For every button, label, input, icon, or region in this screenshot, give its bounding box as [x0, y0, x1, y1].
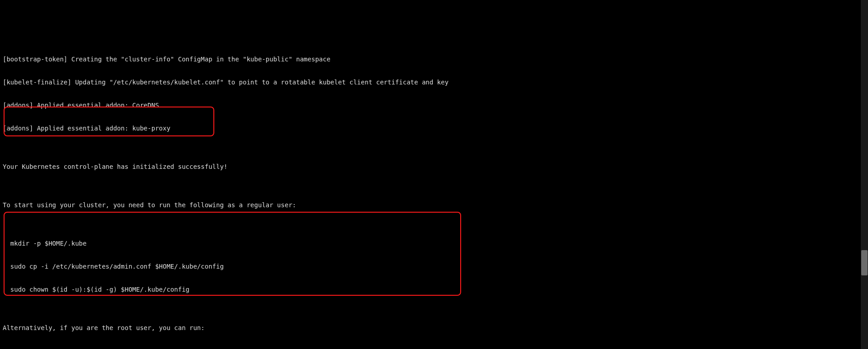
output-line: [addons] Applied essential addon: CoreDN… [3, 102, 701, 109]
output-line: sudo chown $(id -u):$(id -g) $HOME/.kube… [3, 286, 701, 293]
output-line: [bootstrap-token] Creating the "cluster-… [3, 56, 701, 63]
output-line: Alternatively, if you are the root user,… [3, 324, 701, 332]
highlight-box-join [4, 212, 461, 296]
output-line: mkdir -p $HOME/.kube [3, 240, 701, 247]
output-line: [addons] Applied essential addon: kube-p… [3, 125, 701, 132]
output-line: [kubelet-finalize] Updating "/etc/kubern… [3, 79, 701, 86]
output-line: sudo cp -i /etc/kubernetes/admin.conf $H… [3, 263, 701, 270]
output-line: To start using your cluster, you need to… [3, 201, 701, 209]
output-line: Your Kubernetes control-plane has initia… [3, 163, 701, 171]
terminal-viewport[interactable]: [bootstrap-token] Creating the "cluster-… [0, 38, 703, 349]
scrollbar-thumb[interactable] [861, 250, 868, 275]
scrollbar-track[interactable] [861, 8, 868, 349]
